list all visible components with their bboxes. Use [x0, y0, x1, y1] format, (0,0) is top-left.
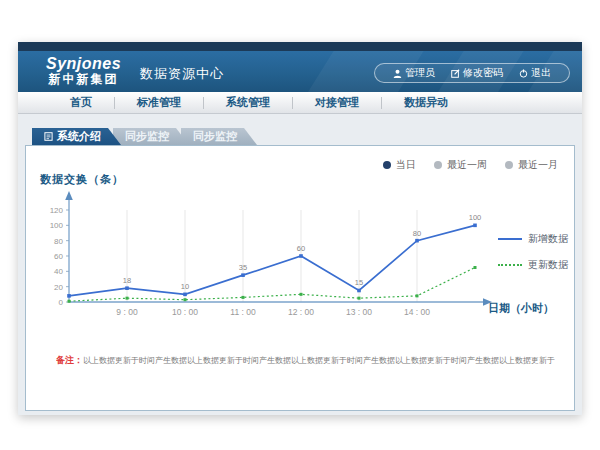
svg-text:10: 10	[181, 282, 189, 291]
nav-item-data-change[interactable]: 数据异动	[382, 95, 470, 110]
tab-bar: 系统介绍 同步监控 同步监控	[32, 128, 582, 145]
window-top-strip	[18, 42, 582, 51]
svg-text:40: 40	[54, 267, 63, 276]
footnote-label: 备注：	[56, 355, 83, 365]
svg-text:80: 80	[54, 237, 63, 246]
svg-text:60: 60	[297, 244, 305, 253]
svg-text:60: 60	[54, 252, 63, 261]
page-title: 数据资源中心	[140, 65, 224, 83]
solid-line-icon	[498, 238, 522, 240]
svg-text:15: 15	[355, 278, 363, 287]
svg-text:120: 120	[50, 206, 64, 215]
dotted-line-icon	[498, 264, 522, 266]
user-icon	[393, 69, 402, 78]
change-password-button[interactable]: 修改密码	[443, 66, 511, 80]
footnote-text: 以上数据更新于时间产生数据以上数据更新于时间产生数据以上数据更新于时间产生数据以…	[83, 356, 555, 365]
tab-label: 同步监控	[125, 129, 169, 144]
nav-item-home[interactable]: 首页	[48, 95, 114, 110]
logout-button[interactable]: 退出	[511, 66, 559, 80]
tab-sync-monitor-2[interactable]: 同步监控	[181, 128, 257, 145]
chart-legend: 新增数据 更新数据	[498, 232, 568, 284]
tab-system-intro[interactable]: 系统介绍	[32, 128, 121, 145]
tab-label: 系统介绍	[57, 129, 101, 144]
footnote: 备注：以上数据更新于时间产生数据以上数据更新于时间产生数据以上数据更新于时间产生…	[56, 354, 562, 367]
header: Synjones 新中新集团 数据资源中心 管理员 修改密码 退出	[18, 51, 582, 92]
tab-label: 同步监控	[193, 129, 237, 144]
legend-item-update-data: 更新数据	[498, 258, 568, 272]
svg-text:13 : 00: 13 : 00	[346, 307, 372, 317]
legend-label: 更新数据	[528, 258, 568, 272]
chart-svg: 0204060801001209 : 0010 : 0011 : 0012 : …	[26, 146, 575, 410]
logo-company-name: 新中新集团	[46, 73, 121, 86]
legend-item-new-data: 新增数据	[498, 232, 568, 246]
svg-text:35: 35	[239, 263, 247, 272]
power-icon	[519, 69, 528, 78]
svg-text:9 : 00: 9 : 00	[116, 307, 138, 317]
logout-label: 退出	[531, 66, 551, 80]
svg-text:100: 100	[50, 221, 64, 230]
svg-text:11 : 00: 11 : 00	[230, 307, 256, 317]
nav-item-system-mgmt[interactable]: 系统管理	[204, 95, 292, 110]
account-toolbar: 管理员 修改密码 退出	[374, 63, 570, 83]
svg-text:10 : 00: 10 : 00	[172, 307, 198, 317]
svg-text:12 : 00: 12 : 00	[288, 307, 314, 317]
nav-item-standard-mgmt[interactable]: 标准管理	[115, 95, 203, 110]
svg-text:20: 20	[54, 283, 63, 292]
svg-text:80: 80	[413, 229, 421, 238]
legend-label: 新增数据	[528, 232, 568, 246]
chart-panel: 当日 最近一周 最近一月 数据交换（条） 0204060801001209 : …	[25, 145, 575, 411]
svg-text:100: 100	[469, 213, 482, 222]
document-icon	[44, 131, 53, 143]
current-user[interactable]: 管理员	[385, 66, 443, 80]
company-logo: Synjones 新中新集团	[46, 55, 121, 86]
content-area: 系统介绍 同步监控 同步监控 当日 最近一周	[18, 128, 582, 430]
svg-text:0: 0	[59, 298, 64, 307]
logo-brand-text: Synjones	[46, 55, 121, 73]
edit-icon	[451, 69, 460, 78]
change-password-label: 修改密码	[463, 66, 503, 80]
svg-text:14 : 00: 14 : 00	[404, 307, 430, 317]
app-window: Synjones 新中新集团 数据资源中心 管理员 修改密码 退出	[18, 42, 582, 415]
tab-sync-monitor-1[interactable]: 同步监控	[113, 128, 189, 145]
svg-text:18: 18	[123, 276, 131, 285]
current-user-label: 管理员	[405, 66, 435, 80]
nav-item-interface-mgmt[interactable]: 对接管理	[293, 95, 381, 110]
main-nav: 首页 标准管理 系统管理 对接管理 数据异动	[18, 92, 582, 114]
x-axis-title: 日期（小时）	[488, 301, 554, 316]
